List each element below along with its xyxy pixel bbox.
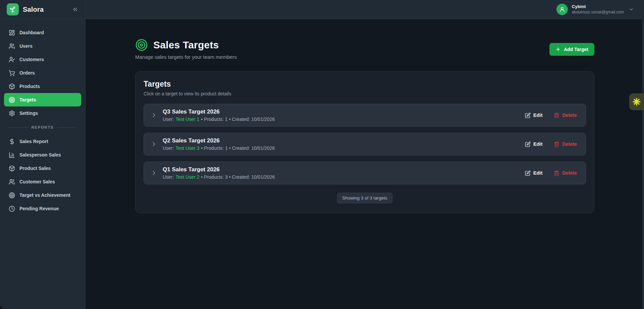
target-row-actions: Edit Delete [525, 113, 577, 118]
sidebar-item-label: Dashboard [19, 30, 44, 35]
sidebar-collapse-button[interactable] [72, 6, 78, 13]
edit-pencil-icon [525, 113, 531, 118]
targets-list: Q3 Sales Target 2026 User:Test User 1• P… [144, 104, 586, 184]
dollar-icon [9, 138, 15, 145]
target-row-texts: Q3 Sales Target 2026 User:Test User 1• P… [163, 108, 275, 122]
sidebar-header: Salora [0, 0, 85, 19]
app-title: Salora [23, 6, 44, 13]
target-title: Q2 Sales Target 2026 [163, 137, 275, 144]
target-user-name: Test User 2 [175, 174, 199, 180]
page-header: Sales Targets Manage sales targets for y… [135, 39, 594, 60]
sidebar-item-users[interactable]: Users [4, 39, 81, 53]
delete-button-label: Delete [562, 113, 577, 118]
sidebar-item-orders[interactable]: Orders [4, 66, 81, 80]
sidebar-item-targets[interactable]: Targets [4, 93, 81, 106]
scrollbar[interactable] [642, 0, 644, 309]
edit-button[interactable]: Edit [525, 113, 542, 118]
target-meta-rest: • Products: 1 • Created: 10/01/2026 [201, 117, 275, 122]
target-user-name: Test User 1 [175, 117, 199, 122]
target-title: Q3 Sales Target 2026 [163, 108, 275, 115]
target-meta-rest: • Products: 1 • Created: 10/01/2026 [201, 145, 275, 151]
pinwheel-asterisk-icon [632, 97, 641, 106]
delete-button[interactable]: Delete [554, 113, 577, 118]
trash-icon [554, 113, 559, 118]
chevron-down-icon [629, 7, 634, 12]
sidebar-item-sales-report[interactable]: Sales Report [4, 135, 81, 148]
target-row-q3[interactable]: Q3 Sales Target 2026 User:Test User 1• P… [144, 104, 586, 127]
target-icon [9, 192, 15, 198]
card-footer: Showing 3 of 3 targets [144, 192, 586, 204]
card-title: Targets [144, 80, 586, 89]
edit-button-label: Edit [533, 170, 542, 176]
main-content: Sales Targets Manage sales targets for y… [86, 19, 644, 309]
sidebar-item-salesperson-sales[interactable]: Salesperson Sales [4, 148, 81, 162]
edit-pencil-icon [525, 170, 531, 176]
target-meta-rest: • Products: 3 • Created: 10/01/2026 [201, 174, 275, 180]
sidebar-item-settings[interactable]: Settings [4, 106, 81, 120]
delete-button[interactable]: Delete [554, 141, 577, 147]
sprout-icon [9, 6, 16, 13]
user-icon [559, 6, 565, 12]
sidebar-item-customer-sales[interactable]: Customer Sales [4, 175, 81, 188]
reports-section-divider: REPORTS [9, 125, 76, 129]
sidebar-item-label: Orders [19, 70, 35, 76]
sidebar-item-dashboard[interactable]: Dashboard [4, 26, 81, 39]
page-subtitle: Manage sales targets for your team membe… [135, 54, 237, 60]
chevrons-left-icon [72, 6, 78, 13]
add-target-button[interactable]: Add Target [549, 43, 594, 56]
targets-card: Targets Click on a target to view its pr… [135, 71, 594, 213]
avatar [556, 4, 568, 15]
user-label: User: [163, 145, 174, 151]
target-meta: User:Test User 2• Products: 3 • Created:… [163, 174, 275, 180]
target-row-q1[interactable]: Q1 Sales Target 2026 User:Test User 2• P… [144, 162, 586, 184]
sidebar-item-label: Products [19, 84, 40, 89]
sidebar-item-product-sales[interactable]: Product Sales [4, 162, 81, 175]
target-icon [9, 97, 15, 103]
sidebar-item-label: Sales Report [19, 139, 48, 144]
sidebar-nav: Dashboard Users Customers Orders Product… [0, 19, 85, 215]
users-icon [9, 179, 15, 185]
user-email: abdulmuiz.social@gmail.com [572, 10, 624, 15]
package-icon [9, 165, 15, 172]
page-title: Sales Targets [153, 39, 219, 51]
card-subtitle: Click on a target to view its product de… [144, 91, 586, 96]
sidebar-item-target-vs-achievement[interactable]: Target vs Achievement [4, 188, 81, 202]
sidebar-item-products[interactable]: Products [4, 80, 81, 93]
user-label: User: [163, 174, 174, 180]
target-meta: User:Test User 3• Products: 1 • Created:… [163, 145, 275, 151]
sidebar-item-label: Target vs Achievement [19, 192, 70, 198]
sidebar-item-label: Customers [19, 57, 44, 62]
target-icon [135, 39, 148, 51]
targets-count-badge: Showing 3 of 3 targets [337, 192, 392, 204]
sidebar-item-label: Salesperson Sales [19, 152, 61, 158]
add-target-button-label: Add Target [564, 47, 588, 52]
sidebar-item-customers[interactable]: Customers [4, 53, 81, 66]
topbar: Cybint abdulmuiz.social@gmail.com [86, 0, 644, 19]
target-row-actions: Edit Delete [525, 170, 577, 176]
delete-button[interactable]: Delete [554, 170, 577, 176]
dashboard-grid-icon [9, 30, 15, 36]
target-meta: User:Test User 1• Products: 1 • Created:… [163, 117, 275, 122]
page-heading-block: Sales Targets Manage sales targets for y… [135, 39, 237, 60]
plus-icon [555, 47, 561, 52]
package-icon [9, 83, 15, 90]
sidebar-item-label: Targets [19, 97, 36, 102]
target-row-texts: Q2 Sales Target 2026 User:Test User 3• P… [163, 137, 275, 151]
page-title-row: Sales Targets [135, 39, 237, 51]
user-info: Cybint abdulmuiz.social@gmail.com [572, 4, 624, 15]
edit-button-label: Edit [533, 113, 542, 118]
target-row-q2[interactable]: Q2 Sales Target 2026 User:Test User 3• P… [144, 133, 586, 156]
sidebar-item-label: Users [19, 43, 33, 49]
sidebar-item-pending-revenue[interactable]: Pending Revenue [4, 202, 81, 215]
sidebar-item-label: Customer Sales [19, 179, 55, 184]
shopping-cart-icon [9, 70, 15, 76]
edit-button[interactable]: Edit [525, 170, 542, 176]
trash-icon [554, 141, 559, 147]
edit-button[interactable]: Edit [525, 141, 542, 147]
app-logo [7, 3, 19, 15]
sidebar-item-label: Product Sales [19, 166, 51, 171]
user-name: Cybint [572, 4, 624, 10]
extension-floating-button[interactable] [629, 93, 644, 110]
user-menu[interactable]: Cybint abdulmuiz.social@gmail.com [556, 4, 634, 15]
bar-chart-icon [9, 152, 15, 158]
